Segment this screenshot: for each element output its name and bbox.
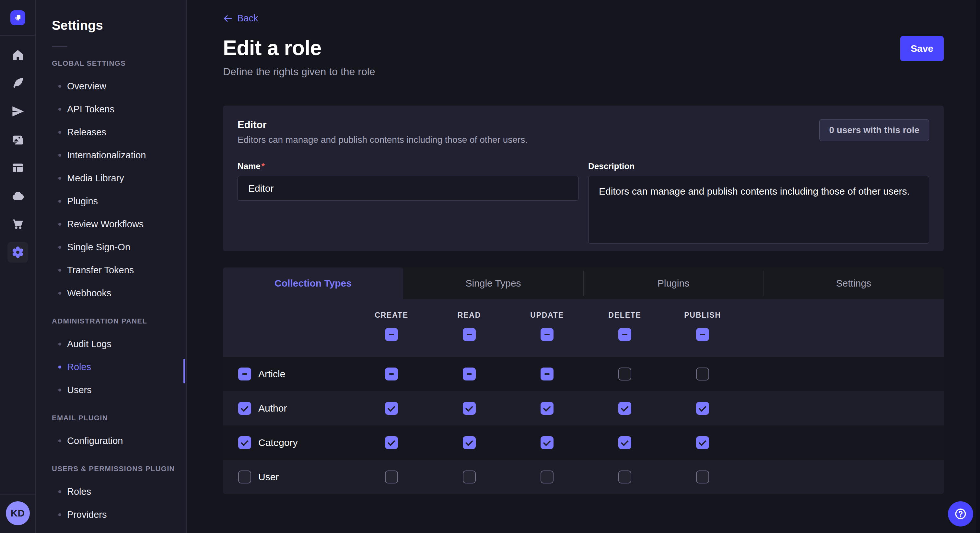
permissions-table-header: CREATE READ UPDATE DELETE PUBLISH <box>223 299 944 357</box>
sidebar-item[interactable]: Plugins <box>52 190 186 213</box>
column-header-label: UPDATE <box>530 311 564 320</box>
bullet-icon <box>58 292 61 295</box>
sidebar-item[interactable]: Configuration <box>52 429 186 452</box>
column-header-label: CREATE <box>375 311 408 320</box>
row-checkbox[interactable] <box>238 436 251 449</box>
sidebar-item[interactable]: Releases <box>52 121 186 144</box>
row-cells <box>353 402 741 415</box>
paper-plane-icon[interactable] <box>8 101 28 122</box>
role-fields-row: Name* Description Editors can manage and… <box>237 161 929 245</box>
sidebar-item[interactable]: Transfer Tokens <box>52 259 186 282</box>
sidebar-item[interactable]: Roles <box>52 355 186 379</box>
sidebar-item[interactable]: Overview <box>52 75 186 98</box>
settings-gear-icon[interactable] <box>8 242 28 263</box>
section-items: Configuration <box>52 429 186 452</box>
permission-checkbox[interactable] <box>385 368 398 381</box>
avatar[interactable]: KD <box>6 501 30 525</box>
bullet-icon <box>58 223 61 226</box>
permission-checkbox[interactable] <box>696 402 709 415</box>
sidebar-item[interactable]: Webhooks <box>52 282 186 305</box>
bullet-icon <box>58 108 61 111</box>
media-library-icon[interactable] <box>8 129 28 150</box>
row-head: User <box>223 471 353 484</box>
column-header-label: PUBLISH <box>684 311 721 320</box>
permissions-tab[interactable]: Plugins <box>583 268 764 299</box>
permission-checkbox[interactable] <box>541 471 554 484</box>
section-label: EMAIL PLUGIN <box>52 413 186 423</box>
row-checkbox[interactable] <box>238 368 251 381</box>
sidebar-item[interactable]: Review Workflows <box>52 213 186 236</box>
column-master-checkbox[interactable] <box>618 328 631 341</box>
permissions-panel: CREATE READ UPDATE DELETE PUBLISH <box>223 299 944 494</box>
permission-checkbox[interactable] <box>385 402 398 415</box>
column-master-checkbox[interactable] <box>463 328 476 341</box>
row-cells <box>353 436 741 449</box>
permission-checkbox[interactable] <box>385 471 398 484</box>
back-link[interactable]: Back <box>223 13 258 24</box>
permission-checkbox[interactable] <box>463 402 476 415</box>
permission-checkbox[interactable] <box>385 436 398 449</box>
sidebar-item[interactable]: Roles <box>52 480 186 503</box>
sidebar-item[interactable]: Users <box>52 379 186 401</box>
help-button[interactable] <box>948 501 973 527</box>
role-details-card: Editor Editors can manage and publish co… <box>223 106 944 251</box>
content-type-builder-icon[interactable] <box>8 157 28 178</box>
main-content: Back Edit a role Save Define the rights … <box>187 0 980 533</box>
marketplace-cart-icon[interactable] <box>8 214 28 235</box>
name-input[interactable] <box>237 176 579 201</box>
permission-checkbox[interactable] <box>618 471 631 484</box>
permission-checkbox[interactable] <box>463 436 476 449</box>
permission-checkbox[interactable] <box>696 471 709 484</box>
page-subtitle: Define the rights given to the role <box>223 66 944 78</box>
content-manager-feather-icon[interactable] <box>8 73 28 94</box>
row-label: Category <box>258 437 298 448</box>
column-header-label: DELETE <box>608 311 641 320</box>
bullet-icon <box>58 154 61 157</box>
section-label: USERS & PERMISSIONS PLUGIN <box>52 464 186 474</box>
section-items: Overview API Tokens Releases Internation… <box>52 75 186 305</box>
bullet-icon <box>58 439 61 443</box>
permissions-tab[interactable]: Settings <box>764 268 944 299</box>
permissions-tab[interactable]: Collection Types <box>223 268 403 299</box>
permission-checkbox[interactable] <box>463 471 476 484</box>
row-checkbox[interactable] <box>238 402 251 415</box>
permission-checkbox[interactable] <box>618 402 631 415</box>
sidebar-item[interactable]: Media Library <box>52 167 186 190</box>
column-master-checkbox[interactable] <box>541 328 554 341</box>
bullet-icon <box>58 200 61 203</box>
permission-checkbox[interactable] <box>618 368 631 381</box>
permissions-tabs: Collection Types Single Types Plugins Se… <box>223 268 944 299</box>
description-field-label: Description <box>588 161 929 171</box>
sidebar-item[interactable]: Single Sign-On <box>52 236 186 259</box>
permission-row-user: User <box>223 460 944 494</box>
column-master-checkbox[interactable] <box>696 328 709 341</box>
permission-checkbox[interactable] <box>696 436 709 449</box>
sidebar-item[interactable]: API Tokens <box>52 98 186 121</box>
permission-checkbox[interactable] <box>541 368 554 381</box>
permission-checkbox[interactable] <box>618 436 631 449</box>
scrollbar-track[interactable] <box>976 0 980 533</box>
strapi-logo-icon[interactable] <box>10 10 25 25</box>
sidebar-divider <box>52 46 67 47</box>
sidebar-item[interactable]: Providers <box>52 503 186 526</box>
permission-checkbox[interactable] <box>463 368 476 381</box>
permission-checkbox[interactable] <box>541 402 554 415</box>
row-label: Article <box>258 368 285 379</box>
sidebar-item[interactable]: Audit Logs <box>52 333 186 355</box>
column-master-checkbox[interactable] <box>385 328 398 341</box>
row-checkbox[interactable] <box>238 471 251 484</box>
sidebar-item[interactable]: Internationalization <box>52 144 186 167</box>
home-icon[interactable] <box>8 45 28 65</box>
save-button[interactable]: Save <box>900 36 944 61</box>
row-label: User <box>258 471 279 482</box>
icon-rail: KD <box>0 0 36 533</box>
permission-checkbox[interactable] <box>541 436 554 449</box>
role-title: Editor <box>237 119 819 131</box>
description-textarea[interactable]: Editors can manage and publish contents … <box>588 176 929 244</box>
users-with-role-badge[interactable]: 0 users with this role <box>819 119 929 141</box>
row-cells <box>353 471 741 484</box>
cloud-icon[interactable] <box>8 186 28 206</box>
back-arrow-icon <box>223 14 233 23</box>
permissions-tab[interactable]: Single Types <box>403 268 583 299</box>
permission-checkbox[interactable] <box>696 368 709 381</box>
